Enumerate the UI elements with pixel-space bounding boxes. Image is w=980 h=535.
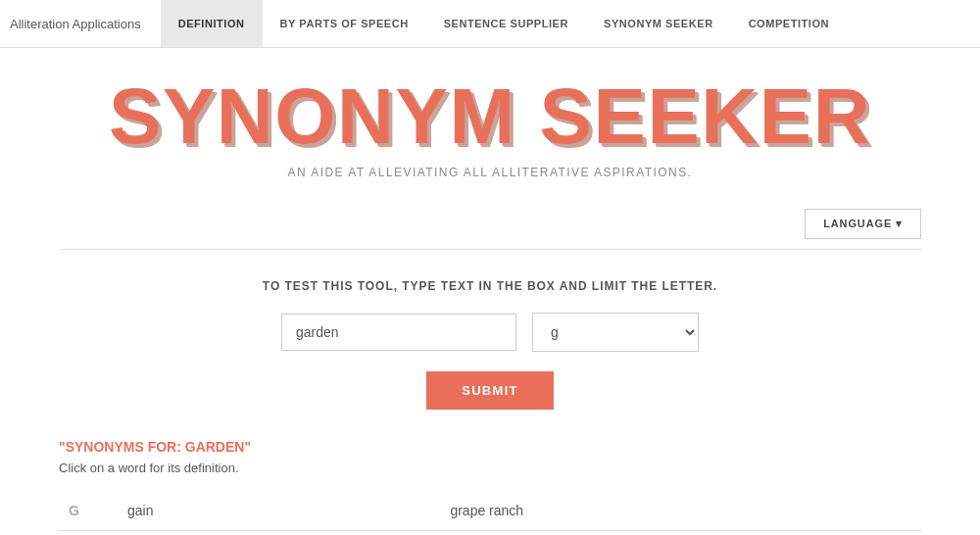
hero-section: SYNONYM SEEKER AN AIDE AT ALLEVIATING AL… [0, 48, 980, 209]
navbar: Alliteration Applications Definition By … [0, 0, 980, 48]
language-row: LANGUAGE ▾ [0, 209, 980, 239]
nav-brand: Alliteration Applications [10, 17, 141, 31]
results-title: "SYNONYMS FOR: GARDEN" [59, 439, 921, 455]
input-row: abcdefghijklmnopqrstuvwxyz [59, 313, 921, 352]
table-row: G gain grape ranch [59, 491, 921, 531]
tab-sentence-supplier[interactable]: Sentence Supplier [426, 0, 586, 47]
language-button[interactable]: LANGUAGE ▾ [805, 209, 921, 239]
submit-row: SUBMIT [59, 371, 921, 410]
nav-tabs: Definition By Parts of Speech Sentence S… [161, 0, 847, 47]
synonym-word[interactable]: grapery [440, 531, 921, 536]
synonym-word[interactable]: gain [118, 491, 440, 531]
results-subtitle: Click on a word for its definition. [59, 461, 921, 475]
letter-select[interactable]: abcdefghijklmnopqrstuvwxyz [532, 313, 699, 352]
synonym-word[interactable]: grape ranch [440, 491, 921, 531]
tab-by-parts-of-speech[interactable]: By Parts of Speech [263, 0, 426, 47]
results-section: "SYNONYMS FOR: GARDEN" Click on a word f… [59, 439, 921, 535]
letter-cell [59, 531, 118, 536]
hero-subtitle: AN AIDE AT ALLEVIATING ALL ALLITERATIVE … [20, 166, 960, 179]
tab-synonym-seeker[interactable]: Synonym Seeker [586, 0, 731, 47]
synonym-table: G gain grape ranch garden grapery [59, 491, 921, 535]
instruction-text: TO TEST THIS TOOL, TYPE TEXT IN THE BOX … [59, 279, 921, 293]
table-row: garden grapery [59, 531, 921, 536]
tab-competition[interactable]: Competition [731, 0, 847, 47]
submit-button[interactable]: SUBMIT [426, 371, 554, 410]
text-input[interactable] [281, 314, 516, 351]
letter-cell: G [59, 491, 118, 531]
tab-definition[interactable]: Definition [161, 0, 263, 47]
main-content: TO TEST THIS TOOL, TYPE TEXT IN THE BOX … [0, 250, 980, 535]
synonym-word[interactable]: garden [118, 531, 440, 536]
hero-title: SYNONYM SEEKER [20, 77, 960, 156]
